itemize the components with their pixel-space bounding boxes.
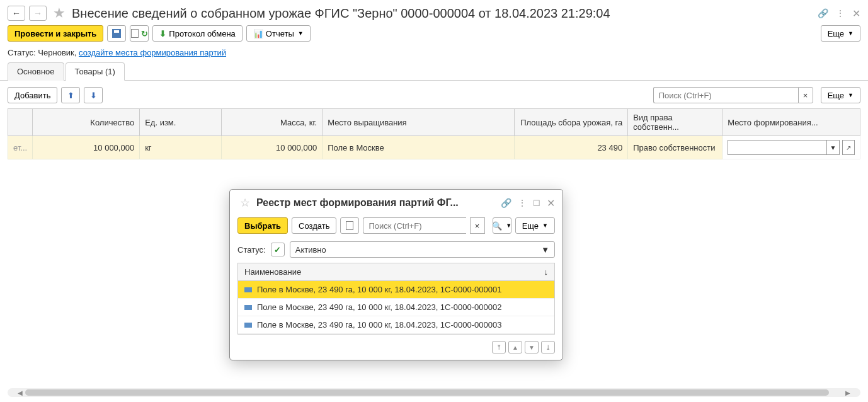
dialog-search-clear[interactable]: × [470, 217, 485, 234]
select-button[interactable]: Выбрать [237, 217, 288, 234]
protocol-button[interactable]: ⬇ Протокол обмена [152, 25, 243, 42]
dialog-status-label: Статус: [237, 245, 266, 255]
more-label: Еще [828, 91, 844, 100]
status-link[interactable]: создайте места формирования партий [79, 48, 226, 57]
col-area[interactable]: Площадь сбора урожая, га [515, 109, 628, 136]
nav-last-button[interactable]: ⤓ [541, 341, 555, 353]
hscrollbar[interactable]: ◀ ▶ [8, 388, 860, 397]
dialog-more-button[interactable]: Еще▼ [515, 217, 555, 234]
copy-icon [346, 221, 353, 230]
nav-first-button[interactable]: ⤒ [492, 341, 506, 353]
cell-unit[interactable]: кг [140, 136, 222, 159]
save-button[interactable] [107, 25, 126, 42]
search-button[interactable]: 🔍▼ [493, 217, 511, 234]
protocol-label: Протокол обмена [169, 29, 236, 38]
move-up-button[interactable]: ⬆ [61, 87, 80, 103]
col-indicator[interactable] [8, 109, 33, 136]
list-item[interactable]: Поле в Москве, 23 490 га, 10 000 кг, 18.… [238, 316, 554, 334]
cell-area[interactable]: 23 490 [515, 136, 628, 159]
reports-label: Отчеты [266, 29, 294, 38]
post-and-close-button[interactable]: Провести и закрыть [8, 25, 103, 42]
formation-input[interactable] [728, 140, 827, 155]
maximize-icon[interactable]: ☐ [533, 198, 540, 208]
col-quantity[interactable]: Количество [33, 109, 140, 136]
toolbar: Провести и закрыть ↻ ⬇ Протокол обмена 📊… [0, 25, 868, 45]
back-button[interactable]: ← [8, 6, 25, 21]
more-button[interactable]: Еще▼ [821, 25, 860, 42]
arrow-down-icon: ⬇ [90, 91, 97, 100]
table-row[interactable]: ет... 10 000,000 кг 10 000,000 Поле в Мо… [8, 136, 860, 159]
row-icon [244, 323, 252, 328]
tab-goods[interactable]: Товары (1) [66, 62, 125, 81]
status-select[interactable]: Активно ▼ [290, 241, 555, 258]
nav-down-button[interactable]: ▼ [525, 341, 539, 353]
cell-mass[interactable]: 10 000,000 [222, 136, 323, 159]
magnifier-icon: 🔍 [492, 221, 502, 231]
col-unit[interactable]: Ед. изм. [140, 109, 222, 136]
scroll-thumb[interactable] [25, 389, 829, 396]
arrow-up-icon: ⬆ [67, 91, 74, 100]
move-down-button[interactable]: ⬇ [84, 87, 103, 103]
menu-dots-icon[interactable]: ⋮ [836, 8, 845, 18]
content-toolbar: Добавить ⬆ ⬇ × Еще▼ [8, 87, 860, 103]
floppy-icon [112, 29, 121, 38]
col-place[interactable]: Место выращивания [323, 109, 515, 136]
open-button[interactable]: ↗ [842, 140, 855, 155]
menu-dots-icon[interactable]: ⋮ [518, 198, 527, 208]
status-checkbox[interactable]: ✓ [271, 243, 285, 256]
item-text: Поле в Москве, 23 490 га, 10 000 кг, 18.… [257, 320, 501, 330]
dialog-header: ☆ Реестр мест формирования партий ФГ... … [230, 190, 562, 215]
tab-main[interactable]: Основное [8, 62, 64, 81]
list-item[interactable]: Поле в Москве, 23 490 га, 10 000 кг, 18.… [238, 281, 554, 299]
post-button[interactable]: ↻ [130, 25, 149, 42]
search-clear-button[interactable]: × [798, 87, 813, 103]
table-header-row: Количество Ед. изм. Масса, кг. Место выр… [8, 109, 860, 136]
page-title: Внесение сведений о собранном урожае ФГИ… [72, 6, 814, 21]
col-ownership[interactable]: Вид права собственн... [628, 109, 722, 136]
dialog-title: Реестр мест формирования партий ФГ... [256, 197, 497, 209]
list-header[interactable]: Наименование ↓ [238, 263, 554, 281]
dialog-list: Наименование ↓ Поле в Москве, 23 490 га,… [237, 263, 555, 335]
chart-icon: 📊 [253, 29, 263, 38]
copy-button[interactable] [340, 217, 359, 234]
reports-button[interactable]: 📊 Отчеты▼ [246, 25, 311, 42]
list-item[interactable]: Поле в Москве, 23 490 га, 10 000 кг, 18.… [238, 299, 554, 316]
header-actions: 🔗 ⋮ ✕ [818, 8, 860, 20]
cell-quantity[interactable]: 10 000,000 [33, 136, 140, 159]
nav-up-button[interactable]: ▲ [508, 341, 522, 353]
scroll-right-icon[interactable]: ▶ [844, 389, 852, 396]
caret-down-icon: ▼ [848, 92, 854, 98]
document-icon [131, 29, 139, 38]
dialog-header-actions: 🔗 ⋮ ☐ ✕ [501, 197, 555, 209]
cell-place[interactable]: Поле в Москве [323, 136, 515, 159]
star-icon[interactable]: ☆ [240, 196, 250, 210]
star-icon[interactable]: ★ [53, 5, 66, 21]
dialog-close-icon[interactable]: ✕ [547, 197, 555, 209]
close-icon[interactable]: ✕ [852, 8, 860, 20]
dialog-status-row: Статус: ✓ Активно ▼ [230, 239, 562, 263]
col-formation[interactable]: Место формирования... [722, 109, 860, 136]
item-text: Поле в Москве, 23 490 га, 10 000 кг, 18.… [257, 302, 501, 312]
cell-formation[interactable]: ▼ ↗ [722, 136, 860, 159]
list-header-label: Наименование [244, 267, 301, 277]
link-icon[interactable]: 🔗 [818, 8, 828, 18]
caret-down-icon: ▼ [506, 222, 511, 229]
cell-ownership[interactable]: Право собственности [628, 136, 722, 159]
dialog-search-input[interactable] [363, 217, 465, 234]
link-icon[interactable]: 🔗 [501, 198, 511, 208]
scroll-track[interactable] [24, 389, 844, 396]
create-button[interactable]: Создать [292, 217, 336, 234]
dropdown-button[interactable]: ▼ [827, 140, 840, 155]
scroll-left-icon[interactable]: ◀ [16, 389, 24, 396]
col-mass[interactable]: Масса, кг. [222, 109, 323, 136]
add-button[interactable]: Добавить [8, 87, 57, 103]
status-value: Черновик, [38, 48, 76, 57]
header: ← → ★ Внесение сведений о собранном урож… [0, 0, 868, 25]
item-text: Поле в Москве, 23 490 га, 10 000 кг, 18.… [257, 285, 501, 294]
more-label: Еще [828, 29, 844, 38]
dialog-footer: ⤒ ▲ ▼ ⤓ [230, 335, 562, 360]
content-more-button[interactable]: Еще▼ [821, 87, 860, 103]
search-input[interactable] [653, 87, 798, 103]
forward-button[interactable]: → [29, 6, 47, 21]
status-label: Статус: [8, 48, 36, 57]
